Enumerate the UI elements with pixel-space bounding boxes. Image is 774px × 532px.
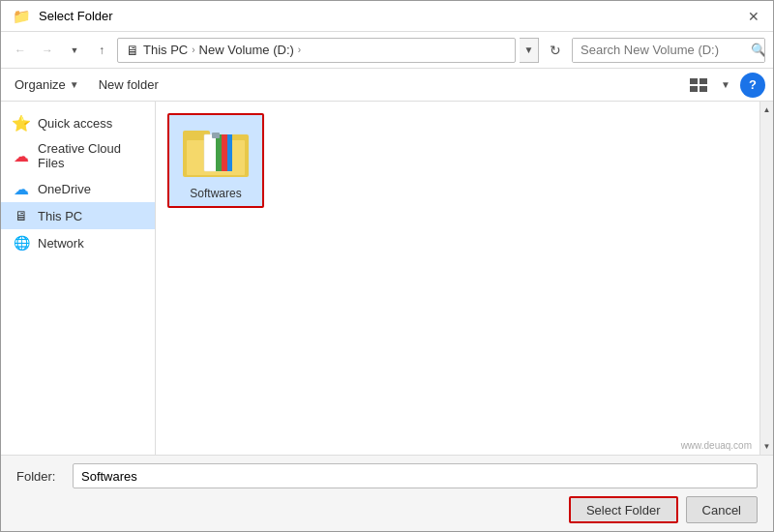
title-bar: 📁 Select Folder ✕	[1, 1, 773, 32]
file-item-softwares[interactable]: Softwares	[167, 113, 264, 208]
search-input[interactable]	[573, 39, 751, 62]
sidebar-item-label-network: Network	[38, 236, 84, 251]
path-arrow-1: ›	[192, 44, 194, 55]
organize-dropdown-icon: ▼	[70, 79, 79, 90]
search-box: 🔍	[572, 38, 765, 63]
search-icon[interactable]: 🔍	[751, 38, 765, 63]
main-content: ⭐ Quick access ☁ Creative Cloud Files ☁ …	[1, 102, 773, 455]
organize-button[interactable]: Organize ▼	[9, 74, 85, 95]
sidebar-item-this-pc[interactable]: 🖥 This PC	[1, 202, 155, 229]
sidebar-item-onedrive[interactable]: ☁ OneDrive	[1, 175, 155, 202]
new-folder-button[interactable]: New folder	[93, 74, 164, 95]
folder-icon-softwares	[181, 121, 251, 183]
svg-rect-10	[227, 134, 232, 171]
close-button[interactable]: ✕	[742, 5, 765, 28]
network-icon: 🌐	[13, 234, 30, 251]
sidebar: ⭐ Quick access ☁ Creative Cloud Files ☁ …	[1, 102, 156, 455]
cancel-button[interactable]: Cancel	[686, 496, 758, 523]
path-crumb-this-pc: This PC	[143, 43, 188, 57]
creative-cloud-icon: ☁	[13, 147, 30, 164]
svg-rect-11	[212, 133, 220, 138]
up-button[interactable]: ↑	[90, 39, 113, 62]
svg-rect-8	[222, 134, 227, 171]
svg-rect-2	[690, 86, 698, 92]
address-bar: ← → ▼ ↑ 🖥 This PC › New Volume (D:) › ▼ …	[1, 32, 773, 69]
svg-rect-1	[700, 78, 707, 84]
sidebar-item-label-this-pc: This PC	[38, 209, 82, 223]
footer: Folder: Select Folder Cancel	[1, 455, 773, 531]
svg-rect-9	[216, 134, 222, 171]
folder-svg	[181, 121, 251, 183]
select-folder-button[interactable]: Select Folder	[569, 496, 678, 523]
path-pc-icon: 🖥	[126, 43, 139, 58]
back-button[interactable]: ←	[9, 39, 32, 62]
folder-row: Folder:	[16, 463, 758, 488]
file-grid: Softwares	[167, 113, 748, 208]
scrollbar-down-button[interactable]: ▼	[760, 438, 774, 455]
view-icon	[690, 78, 707, 92]
sidebar-item-label-quick-access: Quick access	[38, 116, 112, 131]
svg-rect-0	[690, 78, 698, 84]
button-row: Select Folder Cancel	[16, 496, 758, 523]
scrollbar-up-button[interactable]: ▲	[760, 102, 774, 118]
sidebar-item-creative-cloud[interactable]: ☁ Creative Cloud Files	[1, 136, 155, 175]
organize-label: Organize	[15, 77, 66, 92]
svg-rect-3	[700, 86, 707, 92]
forward-button[interactable]: →	[36, 39, 59, 62]
refresh-button[interactable]: ↻	[543, 38, 568, 63]
this-pc-icon: 🖥	[13, 207, 30, 224]
new-folder-label: New folder	[99, 77, 159, 92]
sidebar-item-label-creative-cloud: Creative Cloud Files	[38, 141, 143, 170]
dialog-title-icon: 📁	[13, 8, 31, 25]
onedrive-icon: ☁	[13, 180, 30, 197]
select-folder-dialog: 📁 Select Folder ✕ ← → ▼ ↑ 🖥 This PC › Ne…	[0, 0, 774, 532]
watermark: www.deuaq.com	[681, 440, 752, 451]
sidebar-item-label-onedrive: OneDrive	[38, 182, 91, 196]
folder-label: Folder:	[16, 469, 65, 484]
quick-access-icon: ⭐	[13, 114, 30, 132]
sidebar-item-quick-access[interactable]: ⭐ Quick access	[1, 109, 155, 136]
title-bar-left: 📁 Select Folder	[13, 8, 113, 25]
view-dropdown-button[interactable]: ▼	[719, 73, 732, 98]
file-area[interactable]: Softwares www.deuaq.com	[156, 102, 759, 455]
path-arrow-2: ›	[298, 44, 301, 55]
dropdown-button[interactable]: ▼	[63, 39, 86, 62]
address-path[interactable]: 🖥 This PC › New Volume (D:) ›	[117, 38, 516, 63]
toolbar: Organize ▼ New folder ▼ ?	[1, 69, 773, 102]
folder-input[interactable]	[73, 463, 758, 488]
help-button[interactable]: ?	[740, 73, 765, 98]
sidebar-item-network[interactable]: 🌐 Network	[1, 229, 155, 256]
view-button[interactable]	[686, 73, 711, 98]
dialog-title-text: Select Folder	[39, 9, 113, 23]
scrollbar-track: ▲ ▼	[759, 102, 773, 455]
path-crumb-volume: New Volume (D:)	[199, 43, 294, 57]
address-dropdown-button[interactable]: ▼	[520, 38, 539, 63]
file-item-softwares-label: Softwares	[190, 187, 241, 200]
